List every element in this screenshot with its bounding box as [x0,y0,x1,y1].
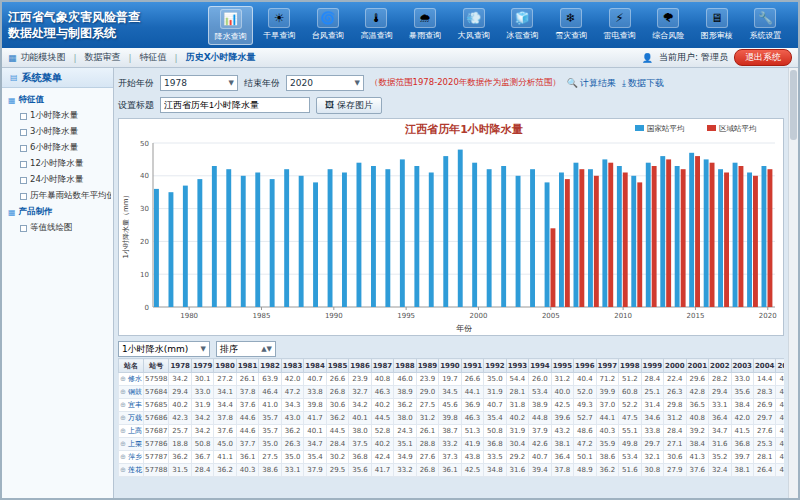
toolbar-item-图形审核[interactable]: 🖥图形审核 [694,6,739,45]
bar-national[interactable] [545,182,550,307]
col-header-year[interactable]: 1978 [169,359,191,373]
toolbar-item-冰雹查询[interactable]: 🧊冰雹查询 [500,6,545,45]
bar-national[interactable] [733,163,738,307]
expand-icon[interactable]: ⊕ [120,375,126,383]
vertical-scrollbar[interactable] [788,68,798,498]
bar-regional[interactable] [724,173,729,308]
sidebar-item-24小时降水量[interactable]: 24小时降水量 [4,172,111,188]
sidebar-item-历年暴雨站数年平均值[interactable]: 历年暴雨站数年平均值 [4,188,111,204]
expand-icon[interactable]: ⊕ [120,427,126,435]
sidebar-item-6小时降水量[interactable]: 6小时降水量 [4,140,111,156]
station-name-cell[interactable]: ⊕ 上栗 [119,438,144,451]
bar-national[interactable] [255,173,260,308]
bar-national[interactable] [747,173,752,308]
bar-national[interactable] [631,176,636,307]
toolbar-item-综合风险[interactable]: 🌪综合风险 [646,6,691,45]
col-header-year[interactable]: 1994 [529,359,551,373]
bar-national[interactable] [487,169,492,307]
checkbox-icon[interactable] [20,113,27,120]
toolbar-item-台风查询[interactable]: 🌀台风查询 [305,6,350,45]
station-name-cell[interactable]: ⊕ 修水 [119,373,144,386]
checkbox-icon[interactable] [20,177,27,184]
bar-regional[interactable] [594,176,599,307]
bar-regional[interactable] [637,182,642,307]
bar-national[interactable] [443,156,448,307]
sidebar-item-特征值[interactable]: ▦特征值 [4,92,111,108]
toolbar-item-雷电查询[interactable]: ⚡雷电查询 [597,6,642,45]
bar-national[interactable] [154,189,159,307]
bar-national[interactable] [675,166,680,307]
col-header-year[interactable]: 2002 [709,359,731,373]
bar-national[interactable] [299,176,304,307]
bar-regional[interactable] [753,176,758,307]
breadcrumb-item-历史X小时降水量[interactable]: 历史X小时降水量 [182,50,260,65]
col-header-year[interactable]: 2005 [776,359,784,373]
expand-icon[interactable]: ⊕ [120,453,126,461]
calc-result-link[interactable]: 🔍 计算结果 [567,77,616,90]
col-header-year[interactable]: 1989 [416,359,438,373]
bar-national[interactable] [284,169,289,307]
bar-national[interactable] [602,159,607,307]
save-image-button[interactable]: 🖼 保存图片 [316,97,382,114]
bar-national[interactable] [429,173,434,308]
col-header-year[interactable]: 1998 [619,359,641,373]
bar-national[interactable] [660,156,665,307]
bar-regional[interactable] [768,169,773,307]
bar-national[interactable] [501,166,506,307]
bar-national[interactable] [574,163,579,307]
bar-national[interactable] [516,176,521,307]
table-row[interactable]: ⊕ 上高5768725.734.237.644.635.736.240.144.… [119,425,785,438]
bar-national[interactable] [472,163,477,307]
bar-regional[interactable] [666,159,671,307]
col-header-id[interactable]: 站号 [144,359,169,373]
table-row[interactable]: ⊕ 万载5768642.334.237.844.635.743.041.736.… [119,412,785,425]
bar-national[interactable] [183,186,188,307]
chart-title-input[interactable] [160,97,310,113]
checkbox-icon[interactable] [20,161,27,168]
col-header-year[interactable]: 1983 [281,359,303,373]
expand-icon[interactable]: ⊕ [120,466,126,474]
table-row[interactable]: ⊕ 莲花5778831.528.436.240.338.633.137.929.… [119,464,785,477]
col-header-year[interactable]: 1990 [439,359,461,373]
toolbar-item-系统设置[interactable]: 🔧系统设置 [743,6,788,45]
breadcrumb-item-特征值[interactable]: 特征值 [136,50,171,65]
table-row[interactable]: ⊕ 修水5759834.230.127.226.163.942.040.726.… [119,373,785,386]
bar-national[interactable] [313,182,318,307]
expand-icon[interactable]: ⊕ [120,388,126,396]
bar-national[interactable] [689,153,694,307]
bar-regional[interactable] [551,228,556,307]
data-download-link[interactable]: ⤓ 数据下载 [622,77,664,90]
bar-national[interactable] [646,163,651,307]
col-header-year[interactable]: 1987 [371,359,393,373]
sidebar-item-等值线绘图[interactable]: 等值线绘图 [4,220,111,236]
sort-select[interactable]: 排序 ▲▼ [216,341,276,357]
checkbox-icon[interactable] [20,193,27,200]
bar-national[interactable] [704,159,709,307]
bar-national[interactable] [559,173,564,308]
toolbar-item-雪灾查询[interactable]: ❄雪灾查询 [548,6,593,45]
table-row[interactable]: ⊕ 宜丰5768540.231.934.437.641.034.339.830.… [119,399,785,412]
station-name-cell[interactable]: ⊕ 萍乡 [119,451,144,464]
table-row[interactable]: ⊕ 萍乡5778736.236.741.136.127.535.035.430.… [119,451,785,464]
breadcrumb-item-数据审查[interactable]: 数据审查 [81,50,125,65]
bar-regional[interactable] [739,166,744,307]
end-year-select[interactable]: 2020 ▼ [286,75,364,91]
metric-select[interactable]: 1小时降水(mm) ▼ [118,341,210,357]
bar-national[interactable] [718,169,723,307]
checkbox-icon[interactable] [20,225,27,232]
col-header-year[interactable]: 1979 [191,359,213,373]
bar-regional[interactable] [710,163,715,307]
sidebar-item-12小时降水量[interactable]: 12小时降水量 [4,156,111,172]
toolbar-item-暴雨查询[interactable]: 🌧暴雨查询 [403,6,448,45]
toolbar-item-大风查询[interactable]: 💨大风查询 [451,6,496,45]
bar-national[interactable] [328,169,333,307]
col-header-year[interactable]: 1995 [551,359,573,373]
bar-regional[interactable] [623,173,628,308]
col-header-year[interactable]: 1981 [236,359,258,373]
bar-national[interactable] [241,176,246,307]
sidebar-item-产品制作[interactable]: ▦产品制作 [4,204,111,220]
col-header-year[interactable]: 1996 [574,359,596,373]
bar-national[interactable] [530,169,535,307]
bar-national[interactable] [458,150,463,307]
bar-regional[interactable] [695,156,700,307]
